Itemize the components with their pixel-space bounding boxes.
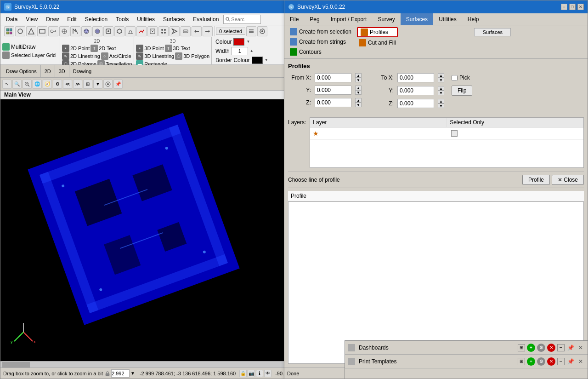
to-z-up[interactable]: ▲ [438, 99, 444, 103]
2d-text-btn[interactable]: T 2D Text [90, 45, 116, 52]
to-x-input[interactable] [397, 73, 434, 82]
colour-swatch[interactable] [233, 38, 244, 46]
toolbar-btn-4[interactable] [37, 26, 47, 36]
3d-polygon-btn[interactable]: ⬡ 3D Polygon [175, 52, 209, 60]
print-add-btn[interactable]: + [527, 357, 535, 366]
to-z-input[interactable] [397, 99, 434, 108]
toolbar-btn-1[interactable] [4, 26, 14, 36]
to-y-up[interactable]: ▲ [438, 86, 444, 91]
lock2-icon[interactable]: 🔒 [239, 370, 247, 377]
create-from-selection-btn[interactable]: Create from selection [288, 27, 353, 36]
3d-linestring-btn[interactable]: ∿ 3D Linestring [136, 52, 174, 60]
camera-icon[interactable]: 📷 [248, 370, 255, 377]
toolbar-btn-3[interactable] [26, 26, 36, 36]
toolbar-btn-12[interactable] [125, 26, 136, 36]
settings-btn[interactable] [257, 26, 267, 36]
print-gear-btn[interactable]: ⚙ [537, 357, 545, 366]
to-x-down[interactable]: ▼ [438, 78, 444, 82]
from-z-down[interactable]: ▼ [355, 103, 362, 107]
search-box[interactable] [223, 15, 261, 24]
from-x-down[interactable]: ▼ [355, 78, 362, 82]
close-dialog-btn[interactable]: ✕ Close [552, 175, 584, 185]
selected-layer-item[interactable]: Selected Layer Grid [2, 52, 58, 59]
toolbar-btn-17[interactable] [181, 26, 191, 36]
from-z-input[interactable] [315, 98, 351, 107]
flip-btn[interactable]: Flip [452, 86, 472, 96]
3d-text-btn[interactable]: T 3D Text [165, 45, 190, 52]
toolbar-btn-8[interactable] [81, 26, 91, 36]
create-from-strings-btn[interactable]: Create from strings [288, 37, 353, 46]
maximize-btn[interactable]: □ [569, 4, 576, 10]
left-arrow-icon[interactable]: ≪ [63, 80, 72, 89]
gear-icon[interactable]: ⚙ [53, 80, 62, 89]
compass-icon[interactable]: 🧭 [43, 80, 52, 89]
selected-only-cell[interactable] [447, 127, 583, 139]
list-btn[interactable] [246, 26, 256, 36]
toolbar-btn-13[interactable] [136, 26, 147, 36]
zoom-input[interactable] [111, 369, 130, 378]
menu-help[interactable]: Help [462, 13, 485, 25]
2d-point-btn[interactable]: • 2D Point [62, 45, 90, 52]
border-colour-swatch[interactable] [252, 57, 263, 64]
menu-evaluation[interactable]: Evaluation [189, 15, 222, 23]
menu-utilities[interactable]: Utilities [133, 15, 158, 23]
menu-view[interactable]: View [22, 15, 41, 23]
pin-icon[interactable]: 📌 [113, 80, 123, 89]
to-y-down[interactable]: ▼ [438, 91, 444, 95]
from-y-input[interactable] [315, 86, 351, 95]
cursor-icon[interactable]: ↖ [2, 80, 11, 89]
toolbar-btn-9[interactable] [92, 26, 102, 36]
2d-linestring-btn[interactable]: ∿ 2D Linestring [62, 52, 100, 60]
print-pin-btn[interactable]: 📌 [566, 357, 575, 366]
toolbar-btn-6[interactable] [59, 26, 69, 36]
toolbar-btn-16[interactable] [170, 26, 180, 36]
dashboards-pin-btn[interactable]: 📌 [566, 344, 575, 352]
from-x-input[interactable] [315, 73, 351, 82]
search-input[interactable] [231, 17, 259, 22]
scrollbar-thumb[interactable] [2, 362, 30, 368]
menu-edit[interactable]: Edit [63, 15, 80, 23]
dashboards-delete-btn[interactable]: ✕ [547, 344, 555, 352]
contours-btn[interactable]: Contours [288, 47, 353, 57]
toolbar-btn-18[interactable] [192, 26, 202, 36]
map-icon[interactable] [103, 80, 113, 89]
toolbar-btn-15[interactable] [158, 26, 169, 36]
zoom-in-icon[interactable]: 🔍 [12, 80, 22, 89]
border-colour-arrow[interactable]: ▼ [265, 58, 268, 62]
cut-and-fill-btn[interactable]: Cut and Fill [357, 38, 398, 47]
menu-data[interactable]: Data [2, 15, 21, 23]
toolbar-btn-10[interactable] [103, 26, 113, 36]
to-y-input[interactable] [397, 86, 434, 95]
globe-icon[interactable]: 🌐 [33, 80, 42, 89]
menu-file[interactable]: File [284, 13, 304, 25]
width-input[interactable] [232, 47, 248, 55]
profile-btn[interactable]: Profile [522, 175, 550, 185]
colour-dropdown-arrow[interactable]: ▼ [246, 40, 250, 44]
toolbar-btn-2[interactable] [15, 26, 25, 36]
from-x-up[interactable]: ▲ [355, 73, 362, 78]
3d-point-btn[interactable]: • 3D Point [136, 45, 164, 52]
menu-tools[interactable]: Tools [112, 15, 132, 23]
dashboards-grid-btn[interactable]: ⊞ [518, 344, 525, 351]
from-y-down[interactable]: ▼ [355, 90, 362, 95]
toolbar-btn-11[interactable] [114, 26, 124, 36]
from-z-up[interactable]: ▲ [355, 98, 362, 103]
right-arrow-icon[interactable]: ≫ [73, 80, 82, 89]
print-minimize-btn[interactable]: − [557, 358, 565, 365]
info-icon[interactable]: ℹ [256, 370, 263, 377]
from-y-up[interactable]: ▲ [355, 86, 362, 90]
close-btn[interactable]: ✕ [577, 4, 584, 10]
toolbar-btn-14[interactable] [147, 26, 158, 36]
toolbar-btn-19[interactable] [203, 26, 213, 36]
menu-import-export[interactable]: Import / Export [325, 13, 373, 25]
print-close-btn[interactable]: ✕ [577, 357, 585, 366]
menu-surfaces[interactable]: Surfaces [401, 13, 433, 25]
to-x-up[interactable]: ▲ [438, 73, 444, 78]
grid-icon[interactable]: ⊞ [83, 80, 92, 89]
dashboards-close-btn[interactable]: ✕ [577, 344, 585, 352]
zoom-dropdown-arrow[interactable]: ▼ [130, 371, 135, 376]
eye-icon[interactable]: 👁 [264, 370, 271, 377]
to-z-down[interactable]: ▼ [438, 103, 444, 108]
selected-only-checkbox[interactable] [451, 130, 458, 137]
menu-surfaces[interactable]: Surfaces [159, 15, 188, 23]
